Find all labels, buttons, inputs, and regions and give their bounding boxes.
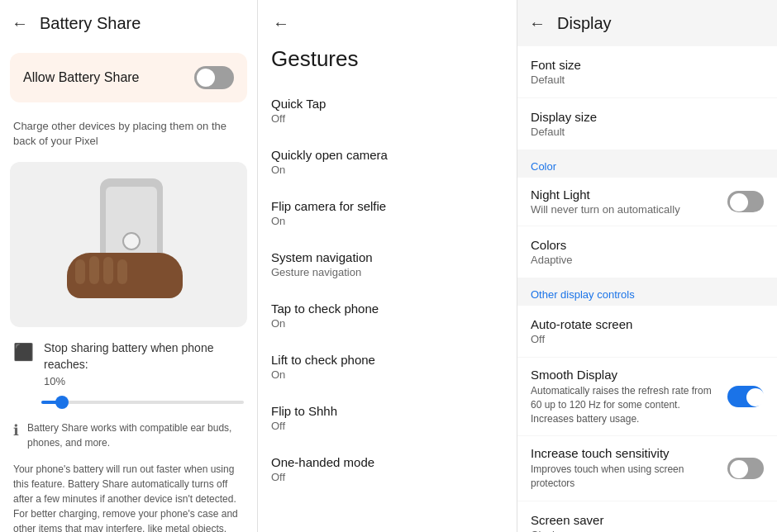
back-button[interactable]: ← (10, 13, 30, 33)
battery-slider-track (41, 401, 244, 404)
gesture-status-2: On (271, 215, 503, 227)
gesture-item-4[interactable]: Tap to check phone On (258, 290, 517, 341)
night-light-item[interactable]: Night Light Will never turn on automatic… (517, 178, 777, 226)
display-size-item[interactable]: Display size Default (517, 98, 777, 150)
stop-label: Stop sharing battery when phone reaches: (44, 340, 244, 373)
gestures-header: ← (258, 0, 517, 40)
night-light-label: Night Light (531, 188, 721, 202)
night-light-toggle[interactable] (727, 191, 764, 212)
gesture-name-2: Flip camera for selfie (271, 199, 503, 213)
display-size-label: Display size (531, 110, 764, 124)
display-size-value: Default (531, 126, 764, 138)
gesture-item-5[interactable]: Lift to check phone On (258, 341, 517, 392)
battery-icon: ⬛ (13, 342, 34, 362)
colors-label: Colors (531, 238, 764, 252)
battery-share-description: Charge other devices by placing them on … (0, 109, 257, 159)
gesture-status-6: Off (271, 420, 503, 432)
gesture-item-2[interactable]: Flip camera for selfie On (258, 188, 517, 239)
gesture-status-7: Off (271, 471, 503, 483)
auto-rotate-item[interactable]: Auto-rotate screen Off (517, 306, 777, 357)
gesture-item-7[interactable]: One-handed mode Off (258, 444, 517, 495)
gestures-panel: ← Gestures Quick Tap Off Quickly open ca… (258, 0, 517, 532)
auto-rotate-value: Off (531, 333, 764, 345)
gesture-status-5: On (271, 368, 503, 381)
screen-saver-item[interactable]: Screen saver Clock (517, 501, 777, 532)
color-section-label: Color (517, 150, 777, 178)
allow-battery-share-card: Allow Battery Share (10, 53, 247, 102)
gestures-title: Gestures (258, 40, 517, 85)
info-text-1: Battery Share works with compatible ear … (27, 420, 244, 450)
allow-battery-share-toggle[interactable] (194, 66, 234, 89)
touch-sensitivity-desc: Improves touch when using screen protect… (531, 463, 721, 491)
battery-slider-thumb[interactable] (55, 396, 69, 409)
other-controls-label: Other display controls (517, 278, 777, 306)
battery-share-header: ← Battery Share (0, 0, 257, 46)
battery-share-illustration (10, 162, 247, 327)
smooth-display-toggle[interactable] (727, 386, 764, 407)
screen-saver-label: Screen saver (531, 513, 764, 527)
display-header: ← Display (517, 0, 777, 46)
info-section-1: ℹ Battery Share works with compatible ea… (0, 414, 257, 457)
gesture-name-1: Quickly open camera (271, 148, 503, 162)
colors-value: Adaptive (531, 254, 764, 266)
battery-slider-row (0, 397, 257, 414)
touch-sensitivity-label: Increase touch sensitivity (531, 446, 721, 460)
smooth-display-label: Smooth Display (531, 368, 721, 382)
gesture-name-5: Lift to check phone (271, 353, 503, 367)
smooth-display-item[interactable]: Smooth Display Automatically raises the … (517, 358, 777, 435)
gesture-status-3: Gesture navigation (271, 266, 503, 278)
gestures-back-button[interactable]: ← (271, 13, 291, 33)
gesture-status-4: On (271, 317, 503, 330)
font-size-label: Font size (531, 58, 764, 72)
stop-value: 10% (44, 375, 244, 387)
gesture-status-0: Off (271, 112, 503, 125)
stop-sharing-section: ⬛ Stop sharing battery when phone reache… (0, 330, 257, 397)
info-text-2: Your phone's battery will run out faster… (0, 457, 257, 532)
gesture-name-7: One-handed mode (271, 455, 503, 469)
gesture-item-3[interactable]: System navigation Gesture navigation (258, 239, 517, 290)
gesture-name-6: Flip to Shhh (271, 404, 503, 418)
gesture-name-4: Tap to check phone (271, 302, 503, 316)
display-back-button[interactable]: ← (527, 13, 547, 33)
allow-battery-share-label: Allow Battery Share (23, 70, 140, 85)
gesture-item-6[interactable]: Flip to Shhh Off (258, 392, 517, 444)
info-icon: ℹ (13, 421, 19, 439)
battery-share-panel: ← Battery Share Allow Battery Share Char… (0, 0, 258, 532)
colors-item[interactable]: Colors Adaptive (517, 226, 777, 278)
font-size-item[interactable]: Font size Default (517, 46, 777, 97)
display-list: Font size Default Display size Default C… (517, 46, 777, 532)
display-panel: ← Display Font size Default Display size… (517, 0, 777, 532)
gesture-name-3: System navigation (271, 250, 503, 264)
smooth-display-desc: Automatically raises the refresh rate fr… (531, 384, 721, 425)
touch-sensitivity-toggle[interactable] (727, 458, 764, 479)
gesture-item-1[interactable]: Quickly open camera On (258, 136, 517, 188)
auto-rotate-label: Auto-rotate screen (531, 317, 764, 331)
touch-sensitivity-item[interactable]: Increase touch sensitivity Improves touc… (517, 436, 777, 501)
screen-saver-value: Clock (531, 529, 764, 532)
gesture-name-0: Quick Tap (271, 97, 503, 111)
display-title: Display (557, 14, 612, 33)
font-size-value: Default (531, 74, 764, 86)
gesture-item-0[interactable]: Quick Tap Off (258, 85, 517, 136)
battery-share-title: Battery Share (40, 14, 141, 33)
night-light-value: Will never turn on automatically (531, 203, 721, 216)
gesture-status-1: On (271, 164, 503, 176)
